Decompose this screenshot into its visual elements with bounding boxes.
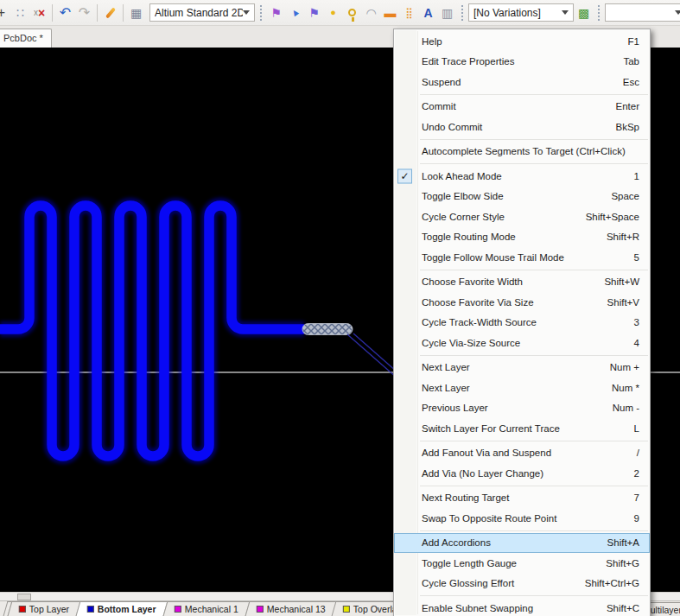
toolbar-separator: [52, 4, 53, 22]
menu-item-shortcut: BkSp: [606, 122, 640, 132]
redo-icon[interactable]: ↷: [75, 3, 93, 22]
arc-icon[interactable]: ◠: [362, 3, 380, 22]
layer-tab-mechanical-1[interactable]: Mechanical 1: [162, 601, 250, 616]
menu-separator: [420, 486, 648, 486]
right-empty-combo[interactable]: [605, 3, 680, 22]
menu-item-label: Add Accordions: [422, 537, 491, 548]
menu-item-shortcut: Shift+W: [594, 276, 639, 287]
menu-item-shortcut: 5: [624, 252, 639, 263]
menu-item-cycle-glossing-effort[interactable]: Cycle Glossing Effort Shift+Ctrl+G: [394, 574, 650, 594]
menu-item-label: Toggle Routing Mode: [422, 232, 516, 242]
menu-item-label: Cycle Track-Width Source: [422, 317, 537, 327]
menu-item-add-accordions[interactable]: Add Accordions Shift+A: [394, 533, 650, 554]
menu-item-cycle-corner-style[interactable]: Cycle Corner Style Shift+Space: [394, 206, 650, 227]
text-string-icon[interactable]: A: [419, 3, 437, 22]
clear-filter-icon[interactable]: x×: [30, 3, 48, 22]
menu-item-shortcut: 4: [624, 338, 639, 348]
menu-separator: [420, 355, 648, 356]
component-icon[interactable]: ▥: [438, 3, 456, 22]
menu-separator: [420, 270, 648, 270]
menu-item-next-layer-star[interactable]: Next Layer Num *: [394, 378, 650, 398]
menu-item-label: Next Routing Target: [422, 492, 509, 503]
select-trace-icon[interactable]: ▲: [286, 3, 304, 22]
menu-separator: [420, 139, 648, 140]
menu-item-swap-opposite-route-point[interactable]: Swap To Opposite Route Point 9: [394, 508, 650, 529]
toolbar-separator: [123, 4, 124, 22]
variations-value: [No Variations]: [473, 7, 541, 19]
menu-item-add-fanout-via[interactable]: Add Fanout Via and Suspend /: [394, 443, 650, 464]
crosshair-icon[interactable]: +: [0, 3, 10, 22]
menu-item-label: Choose Favorite Via Size: [422, 297, 534, 308]
toolbar-grip[interactable]: [260, 5, 262, 21]
menu-item-label: Undo Commit: [422, 122, 482, 132]
layer-tab-top-layer[interactable]: Top Layer: [8, 601, 81, 616]
menu-separator: [420, 163, 648, 164]
menu-item-shortcut: 1: [624, 171, 639, 181]
menu-item-shortcut: Shift+G: [595, 558, 639, 568]
chevron-down-icon: [562, 10, 569, 18]
menu-item-toggle-follow-mouse-trail[interactable]: Toggle Follow Mouse Trail Mode 5: [394, 247, 650, 268]
menu-item-toggle-length-gauge[interactable]: Toggle Length Gauge Shift+G: [394, 553, 650, 574]
pencil-shape: [105, 7, 115, 18]
snap-points-icon[interactable]: ∷: [11, 3, 29, 22]
menu-item-autocomplete-segments[interactable]: Autocomplete Segments To Target (Ctrl+Cl…: [394, 142, 650, 162]
menu-item-choose-favorite-via-size[interactable]: Choose Favorite Via Size Shift+V: [394, 292, 650, 313]
menu-item-toggle-elbow-side[interactable]: Toggle Elbow Side Space: [394, 187, 650, 207]
menu-item-label: Next Layer: [422, 362, 470, 372]
menu-item-choose-favorite-width[interactable]: Choose Favorite Width Shift+W: [394, 272, 650, 293]
pad-icon[interactable]: ●: [324, 3, 342, 22]
menu-item-toggle-routing-mode[interactable]: Toggle Routing Mode Shift+R: [394, 227, 650, 248]
variant-chip-icon[interactable]: ▩: [575, 3, 593, 22]
menu-separator: [420, 595, 648, 596]
menu-item-enable-subnet-swapping[interactable]: Enable Subnet Swapping Shift+C: [394, 598, 650, 616]
menu-item-shortcut: 9: [624, 513, 639, 524]
pad-array-icon[interactable]: ⣿: [400, 3, 418, 22]
menu-item-help[interactable]: Help F1: [394, 31, 650, 52]
menu-item-shortcut: Shift+C: [596, 603, 639, 613]
menu-item-shortcut: Space: [601, 191, 639, 201]
menu-item-shortcut: 7: [624, 492, 639, 503]
menu-item-shortcut: L: [624, 423, 639, 434]
menu-item-shortcut: F1: [618, 36, 639, 47]
menu-item-suspend[interactable]: Suspend Esc: [394, 72, 650, 92]
document-tab-pcbdoc[interactable]: PcbDoc *: [0, 29, 52, 48]
interactive-route-icon[interactable]: ⚑: [267, 3, 285, 22]
menu-item-add-via-no-layer-change[interactable]: Add Via (No Layer Change) 2: [394, 463, 650, 484]
via-icon[interactable]: [343, 3, 361, 22]
menu-item-label: Swap To Opposite Route Point: [422, 513, 556, 524]
toolbar-grip[interactable]: [598, 5, 600, 21]
menu-item-label: Look Ahead Mode: [422, 171, 502, 181]
layer-tab-bottom-layer[interactable]: Bottom Layer: [76, 601, 168, 616]
layer-color-chip: [19, 606, 26, 613]
view-configuration-combo[interactable]: Altium Standard 2D: [149, 3, 255, 22]
menu-item-commit[interactable]: Commit Enter: [394, 97, 650, 117]
menu-item-next-layer-plus[interactable]: Next Layer Num +: [394, 358, 650, 378]
board-shape-icon[interactable]: ▦: [127, 3, 145, 22]
fill-icon[interactable]: ▬: [381, 3, 399, 22]
layer-color-chip: [175, 606, 181, 613]
toolbar-grip[interactable]: [461, 5, 463, 21]
route-edit-icon[interactable]: ⚑: [305, 3, 323, 22]
via-ring: [348, 9, 356, 16]
menu-item-look-ahead-mode[interactable]: ✓ Look Ahead Mode 1: [394, 166, 650, 187]
menu-item-label: Suspend: [422, 77, 461, 87]
layer-tab-label: Top Layer: [29, 604, 69, 614]
menu-item-switch-layer-current-trace[interactable]: Switch Layer For Current Trace L: [394, 418, 650, 439]
layer-tab-mechanical-13[interactable]: Mechanical 13: [245, 601, 337, 616]
menu-item-cycle-via-size-source[interactable]: Cycle Via-Size Source 4: [394, 333, 650, 353]
pencil-icon[interactable]: [101, 3, 119, 22]
undo-icon[interactable]: ↶: [56, 3, 74, 22]
variations-combo[interactable]: [No Variations]: [468, 3, 574, 22]
menu-item-previous-layer[interactable]: Previous Layer Num -: [394, 398, 650, 419]
menu-item-undo-commit[interactable]: Undo Commit BkSp: [394, 117, 650, 137]
layer-color-chip: [343, 606, 350, 613]
menu-item-edit-trace-properties[interactable]: Edit Trace Properties Tab: [394, 52, 650, 73]
clear-filter-x-red: ×: [38, 7, 45, 19]
menu-item-label: Toggle Length Gauge: [422, 558, 517, 568]
scrollbar-thumb[interactable]: [17, 594, 31, 600]
menu-item-shortcut: Shift+Ctrl+G: [575, 578, 639, 588]
menu-item-label: Cycle Glossing Effort: [422, 578, 514, 588]
menu-item-label: Autocomplete Segments To Target (Ctrl+Cl…: [422, 146, 626, 156]
menu-item-next-routing-target[interactable]: Next Routing Target 7: [394, 488, 650, 509]
menu-item-cycle-track-width-source[interactable]: Cycle Track-Width Source 3: [394, 313, 650, 333]
